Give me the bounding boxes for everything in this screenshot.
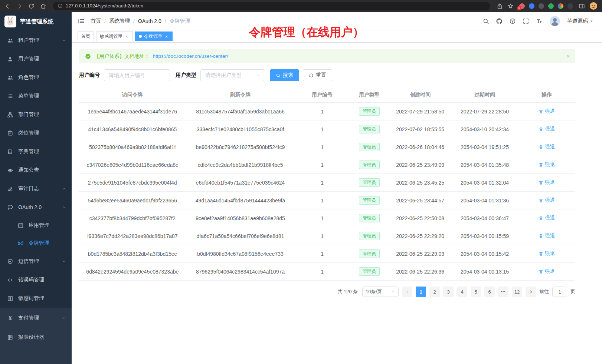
action-cell: 强退 (518, 138, 575, 156)
sidebar-item-role[interactable]: 角色管理 (0, 68, 72, 87)
app-logo[interactable]: 芋道管理系统 (0, 12, 72, 31)
page-button-12[interactable]: 12 (512, 287, 522, 297)
force-logout-button[interactable]: 强退 (539, 197, 555, 203)
page-button-6[interactable]: 6 (484, 287, 495, 297)
site-info-icon[interactable] (58, 3, 63, 9)
force-logout-button[interactable]: 强退 (539, 126, 555, 132)
action-cell: 强退 (518, 227, 575, 245)
force-logout-button[interactable]: 强退 (539, 250, 555, 257)
user-type-cell: 管理员 (350, 245, 389, 263)
created-time-cell: 2022-06-25 23:44:57 (389, 192, 451, 209)
breadcrumb-item[interactable]: 系统管理 (109, 18, 130, 24)
forward-button[interactable] (16, 3, 23, 9)
force-logout-button[interactable]: 强退 (539, 232, 555, 239)
url-bar[interactable]: 127.0.0.1:1024/system/oauth2/token (53, 2, 490, 10)
chevron-down-icon (62, 259, 66, 264)
sidebar-item-oauth2[interactable]: OAuth 2.0 (0, 198, 72, 216)
sidebar-item-label: 部门管理 (18, 111, 39, 118)
sidebar-item-pay[interactable]: ¥支付管理 (0, 308, 72, 328)
sensitive-icon (7, 295, 13, 302)
bookmark-star-icon[interactable] (507, 3, 514, 9)
user-type-select[interactable]: 请选择用户类型 (200, 69, 264, 81)
breadcrumb-item: 令牌管理 (170, 18, 190, 24)
doc-link[interactable]: https://doc.iocoder.cn/user-center/ (153, 53, 228, 59)
home-button[interactable] (40, 3, 46, 9)
sidebar-item-dict[interactable]: 字典管理 (0, 142, 72, 161)
sidebar-item-menu[interactable]: 菜单管理 (0, 87, 72, 105)
extension-pinwheel-icon[interactable] (558, 3, 563, 9)
extension-dark-circle-icon[interactable] (539, 3, 544, 9)
search-icon[interactable] (482, 18, 489, 24)
page-button-2[interactable]: 2 (429, 287, 440, 297)
github-icon[interactable] (496, 18, 503, 24)
reload-button[interactable] (28, 3, 35, 9)
extension-dark-paw-icon[interactable] (567, 3, 573, 9)
user-menu[interactable]: 芋道源码 (567, 18, 594, 24)
column-header: 访问令牌 (79, 87, 186, 103)
page-button-1[interactable]: 1 (416, 287, 426, 297)
page-button-5[interactable]: 5 (471, 287, 481, 297)
force-logout-button[interactable]: 强退 (539, 108, 555, 115)
tab-close-icon[interactable]: × (164, 34, 169, 39)
extension-blue-drop-icon[interactable] (529, 3, 534, 9)
tab-sensitive-word[interactable]: 敏感词管理× (96, 32, 133, 41)
breadcrumb-item[interactable]: OAuth 2.0 (138, 18, 161, 24)
extension-green-circle-icon[interactable] (548, 3, 554, 9)
sidebar-item-oauth2-token[interactable]: 令牌管理 (0, 234, 72, 252)
prev-page-button[interactable] (402, 287, 412, 297)
breadcrumb-item[interactable]: 首页 (91, 18, 101, 24)
access-token-cell: 502375b8040a469a9b82188afdf6af1f (79, 138, 186, 156)
created-time-cell: 2022-06-25 22:29:03 (389, 245, 451, 263)
page-button-4[interactable]: 4 (457, 287, 467, 297)
sidebar-item-dept[interactable]: 部门管理 (0, 105, 72, 124)
sidebar-item-error-code[interactable]: 错误码管理 (0, 271, 72, 289)
extension-pink-grid-icon[interactable]: 0 (519, 3, 525, 9)
tab-token[interactable]: 令牌管理× (135, 32, 173, 41)
force-logout-button[interactable]: 强退 (539, 215, 555, 221)
refresh-token-cell: cdfc4ce9c2da4bb1bdf21b9918ff4be5 (186, 156, 295, 174)
help-icon[interactable] (509, 18, 516, 24)
sidebar-item-user[interactable]: 用户管理 (0, 50, 72, 68)
delete-icon (539, 234, 543, 238)
alert-close-icon[interactable]: × (566, 53, 570, 59)
sidebar-item-report-designer[interactable]: 报表设计器 (0, 328, 72, 347)
tab-close-icon[interactable]: × (124, 34, 129, 39)
sidebar-item-label: 错误码管理 (18, 277, 44, 283)
search-button[interactable]: 搜索 (270, 69, 299, 81)
sidebar-item-audit-log[interactable]: 审计日志 (0, 179, 72, 198)
reset-button[interactable]: 重置 (303, 69, 332, 81)
tab-home[interactable]: 首页 (78, 32, 94, 41)
sidebar-item-label: 通知公告 (18, 167, 39, 173)
user-id-cell: 1 (295, 156, 350, 174)
sidebar-item-notice[interactable]: 通知公告 (0, 161, 72, 179)
refresh-token-cell: 811c530487574fa0af1a59d3abc1aa66 (186, 103, 295, 120)
sidebar-fold-icon[interactable] (78, 17, 85, 25)
page-button-3[interactable]: 3 (443, 287, 454, 297)
goto-page-input[interactable] (552, 287, 567, 297)
sidebar-item-sms[interactable]: 短信管理 (0, 252, 72, 271)
force-logout-button[interactable]: 强退 (539, 143, 555, 150)
force-logout-button[interactable]: 强退 (539, 161, 555, 168)
back-button[interactable] (4, 3, 11, 9)
share-icon[interactable] (497, 3, 503, 9)
split-view-icon[interactable] (579, 3, 585, 9)
font-size-icon[interactable] (536, 18, 543, 24)
force-logout-button[interactable]: 强退 (539, 268, 555, 275)
next-page-button[interactable] (526, 287, 536, 297)
user-id-input[interactable] (104, 69, 170, 81)
sidebar-item-label: 租户管理 (18, 37, 39, 44)
pager-more-button[interactable]: ••• (498, 287, 508, 297)
sidebar-item-oauth2-app[interactable]: 应用管理 (0, 216, 72, 234)
page-size-select[interactable]: 10条/页 (362, 287, 399, 297)
user-id-cell: 1 (295, 263, 350, 281)
user-type-cell: 管理员 (350, 227, 389, 245)
sidebar-item-sensitive-word[interactable]: 敏感词管理 (0, 289, 72, 308)
sidebar-item-post[interactable]: 岗位管理 (0, 124, 72, 142)
browser-profile-avatar[interactable] (589, 2, 598, 10)
delete-icon (539, 162, 543, 167)
fullscreen-icon[interactable] (523, 18, 529, 24)
force-logout-button[interactable]: 强退 (539, 179, 555, 186)
user-avatar[interactable] (549, 16, 560, 27)
sidebar-item-tenant[interactable]: 租户管理 (0, 31, 72, 50)
access-token-cell: c347026e805e4d99b0d116eae66eda8c (79, 156, 186, 174)
